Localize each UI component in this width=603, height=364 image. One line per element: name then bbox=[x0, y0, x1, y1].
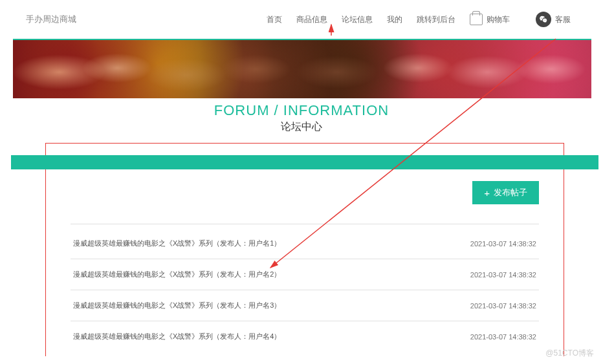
thread-time: 2021-03-07 14:38:32 bbox=[470, 240, 536, 248]
nav-goods[interactable]: 商品信息 bbox=[296, 14, 327, 25]
thread-title: 漫威超级英雄最赚钱的电影之《X战警》系列（发布人：用户名3） bbox=[73, 301, 281, 310]
publish-button-label: 发布帖子 bbox=[494, 187, 527, 198]
thread-item[interactable]: 漫威超级英雄最赚钱的电影之《X战警》系列（发布人：用户名4） 2021-03-0… bbox=[71, 321, 539, 352]
publish-button[interactable]: + 发布帖子 bbox=[472, 181, 539, 204]
page-title-en: FORUM / INFORMATION bbox=[0, 102, 603, 119]
divider bbox=[71, 224, 539, 224]
thread-title: 漫威超级英雄最赚钱的电影之《X战警》系列（发布人：用户名1） bbox=[73, 239, 281, 248]
thread-item[interactable]: 漫威超级英雄最赚钱的电影之《X战警》系列（发布人：用户名3） 2021-03-0… bbox=[71, 290, 539, 321]
wechat-icon bbox=[536, 12, 551, 27]
wechat-link[interactable]: 客服 bbox=[536, 12, 571, 27]
accent-bar bbox=[11, 155, 598, 169]
plus-icon: + bbox=[484, 187, 490, 198]
nav-mine[interactable]: 我的 bbox=[387, 14, 402, 25]
cart-link[interactable]: 购物车 bbox=[470, 14, 510, 25]
thread-title: 漫威超级英雄最赚钱的电影之《X战警》系列（发布人：用户名4） bbox=[73, 332, 281, 341]
wechat-label: 客服 bbox=[555, 14, 571, 25]
thread-list: 漫威超级英雄最赚钱的电影之《X战警》系列（发布人：用户名1） 2021-03-0… bbox=[71, 228, 539, 352]
thread-title: 漫威超级英雄最赚钱的电影之《X战警》系列（发布人：用户名2） bbox=[73, 270, 281, 279]
nav-forum[interactable]: 论坛信息 bbox=[342, 14, 373, 25]
nav-home[interactable]: 首页 bbox=[267, 14, 282, 25]
watermark: @51CTO博客 bbox=[545, 348, 594, 356]
title-section: FORUM / INFORMATION 论坛中心 bbox=[0, 98, 603, 140]
thread-time: 2021-03-07 14:38:32 bbox=[470, 333, 536, 341]
thread-time: 2021-03-07 14:38:32 bbox=[470, 271, 536, 279]
banner-image bbox=[13, 39, 591, 98]
forum-content: + 发布帖子 漫威超级英雄最赚钱的电影之《X战警》系列（发布人：用户名1） 20… bbox=[45, 143, 564, 356]
cart-label: 购物车 bbox=[487, 14, 510, 25]
publish-row: + 发布帖子 bbox=[71, 181, 539, 204]
main-nav: 首页 商品信息 论坛信息 我的 跳转到后台 购物车 客服 bbox=[267, 12, 571, 27]
thread-time: 2021-03-07 14:38:32 bbox=[470, 302, 536, 310]
header: 手办周边商城 首页 商品信息 论坛信息 我的 跳转到后台 购物车 客服 bbox=[0, 0, 603, 39]
logo[interactable]: 手办周边商城 bbox=[26, 14, 76, 25]
thread-item[interactable]: 漫威超级英雄最赚钱的电影之《X战警》系列（发布人：用户名1） 2021-03-0… bbox=[71, 228, 539, 259]
content-inner: + 发布帖子 漫威超级英雄最赚钱的电影之《X战警》系列（发布人：用户名1） 20… bbox=[46, 169, 564, 352]
page-title-zh: 论坛中心 bbox=[0, 120, 603, 134]
cart-icon bbox=[470, 14, 483, 25]
nav-admin[interactable]: 跳转到后台 bbox=[417, 14, 455, 25]
thread-item[interactable]: 漫威超级英雄最赚钱的电影之《X战警》系列（发布人：用户名2） 2021-03-0… bbox=[71, 259, 539, 290]
